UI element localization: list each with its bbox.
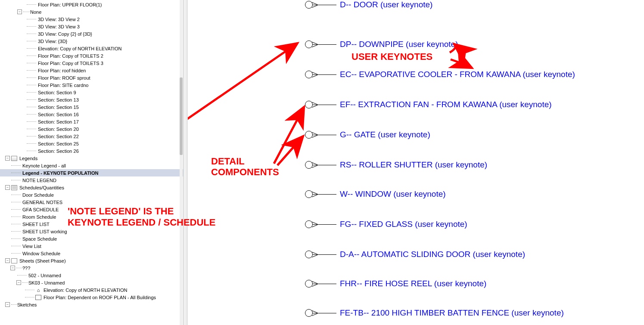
annotation-user-keynotes: USER KEYNOTES [352,51,432,62]
collapse-icon[interactable]: − [16,280,21,285]
tree-item[interactable]: Door Schedule [0,191,183,198]
tree-item-note-legend[interactable]: NOTE LEGEND [0,176,183,184]
tree-item[interactable]: Floor Plan: Copy of TOILETS 2 [0,52,183,59]
tree-item[interactable]: Floor Plan: Copy of TOILETS 3 [0,59,183,67]
tree-item[interactable]: GENERAL NOTES [0,198,183,206]
tree-item[interactable]: GFA SCHEDULE [0,206,183,213]
tree-item[interactable]: 3D View: {3D} [0,37,183,45]
keynote-text[interactable]: EF-- EXTRACTION FAN - FROM KAWANA (user … [340,100,552,109]
leader-line [313,165,336,165]
keynote-row[interactable]: EC-- EVAPORATIVE COOLER - FROM KAWANA (u… [305,70,575,79]
drawing-canvas[interactable]: D-- DOOR (user keynote)DP-- DOWNPIPE (us… [188,0,644,325]
collapse-icon[interactable]: − [5,258,10,263]
collapse-icon[interactable]: − [5,185,10,190]
tree-item[interactable]: 502 - Unnamed [0,272,183,279]
leader-line [313,74,336,75]
scroll-thumb[interactable] [180,77,183,155]
keynote-text[interactable]: D-A-- AUTOMATIC SLIDING DOOR (user keyno… [340,250,525,259]
tree-node-sheet-sk03[interactable]: −SK03 - Unnamed [0,279,183,286]
sheet-icon [11,258,17,263]
leader-line [313,44,336,45]
keynote-text[interactable]: FHR-- FIRE HOSE REEL (user keynote) [340,279,486,288]
tree-item[interactable]: Floor Plan: roof hidden [0,67,183,74]
keynote-row[interactable]: FG-- FIXED GLASS (user keynote) [305,220,467,229]
tree-node-none[interactable]: −None [0,8,183,15]
keynote-text[interactable]: EC-- EVAPORATIVE COOLER - FROM KAWANA (u… [340,70,575,79]
tree-item[interactable]: Elevation: Copy of NORTH ELEVATION [0,286,183,294]
keynote-row[interactable]: RS-- ROLLER SHUTTER (user keynote) [305,160,487,170]
keynote-row[interactable]: W-- WINDOW (user keynote) [305,189,446,199]
tree-item[interactable]: SHEET LIST [0,220,183,228]
tree-node-unknown[interactable]: −??? [0,264,183,272]
tree-item[interactable]: Room Schedule [0,213,183,220]
keynote-text[interactable]: DP-- DOWNPIPE (user keynote) [340,40,458,49]
keynote-text[interactable]: W-- WINDOW (user keynote) [340,189,446,199]
tree-item[interactable]: View List [0,242,183,250]
tree-item[interactable]: Floor Plan: Dependent on ROOF PLAN - All… [0,294,183,301]
keynote-row[interactable]: G-- GATE (user keynote) [305,130,430,139]
tree-node-sketches[interactable]: −Sketches [0,301,183,308]
tree-item[interactable]: Window Schedule [0,250,183,257]
elevation-icon [35,288,41,293]
tree-item[interactable]: Floor Plan: ROOF sprout [0,74,183,81]
tree-node-legends[interactable]: −Legends [0,155,183,162]
leader-line [313,224,336,225]
tree-node-schedules[interactable]: −Schedules/Quantities [0,184,183,191]
tree-item[interactable]: Space Schedule [0,235,183,242]
leader-line [313,5,336,5]
tree-item[interactable]: Section: Section 17 [0,118,183,125]
keynote-row[interactable]: DP-- DOWNPIPE (user keynote) [305,40,458,49]
tree-item[interactable]: SHEET LIST working [0,228,183,235]
tree-item[interactable]: Floor Plan: SITE cardno [0,81,183,89]
keynote-row[interactable]: FHR-- FIRE HOSE REEL (user keynote) [305,279,486,288]
collapse-icon[interactable]: − [5,302,10,307]
tree-item[interactable]: Section: Section 26 [0,147,183,155]
keynote-text[interactable]: D-- DOOR (user keynote) [340,0,432,9]
sidebar-scrollbar[interactable] [180,0,183,325]
tree-item-selected[interactable]: Legend - KEYNOTE POPULATION [0,169,183,176]
tree-item[interactable]: Section: Section 16 [0,111,183,118]
panel-splitter[interactable] [183,0,187,325]
keynote-row[interactable]: FE-TB-- 2100 HIGH TIMBER BATTEN FENCE (u… [305,308,564,318]
tree-item[interactable]: Section: Section 22 [0,133,183,140]
keynote-row[interactable]: D-- DOOR (user keynote) [305,0,432,9]
project-browser-panel: Floor Plan: UPPER FLOOR(1) −None 3D View… [0,0,183,325]
collapse-icon[interactable]: − [17,9,22,14]
leader-line [313,254,336,255]
tree-node-sheets[interactable]: −Sheets (Sheet Phase) [0,257,183,264]
leader-line [313,135,336,135]
leader-line [313,194,336,195]
tree-item[interactable]: Section: Section 25 [0,140,183,147]
schedule-icon [11,185,17,190]
leader-line [313,105,336,105]
annotation-detail-components: DETAIL COMPONENTS [211,156,279,178]
legend-icon [11,156,17,161]
keynote-text[interactable]: RS-- ROLLER SHUTTER (user keynote) [340,160,487,170]
tree-item[interactable]: Section: Section 13 [0,96,183,103]
tree-item[interactable]: Elevation: Copy of NORTH ELEVATION [0,45,183,52]
tree-item[interactable]: 3D View: 3D View 2 [0,15,183,23]
leader-line [313,313,336,313]
collapse-icon[interactable]: − [10,266,15,270]
keynote-row[interactable]: EF-- EXTRACTION FAN - FROM KAWANA (user … [305,100,552,109]
leader-line [313,284,336,284]
tree-item[interactable]: 3D View: 3D View 3 [0,23,183,30]
keynote-text[interactable]: G-- GATE (user keynote) [340,130,430,139]
keynote-text[interactable]: FE-TB-- 2100 HIGH TIMBER BATTEN FENCE (u… [340,308,564,318]
tree-item[interactable]: Floor Plan: UPPER FLOOR(1) [0,1,183,8]
tree-item[interactable]: Keynote Legend - all [0,162,183,169]
tree-item[interactable]: Section: Section 9 [0,89,183,96]
tree-item[interactable]: Section: Section 15 [0,103,183,111]
keynote-text[interactable]: FG-- FIXED GLASS (user keynote) [340,220,467,229]
collapse-icon[interactable]: − [5,156,10,161]
project-tree: Floor Plan: UPPER FLOOR(1) −None 3D View… [0,0,183,309]
floorplan-icon [35,295,41,300]
tree-item[interactable]: 3D View: Copy {2} of {3D} [0,30,183,37]
keynote-row[interactable]: D-A-- AUTOMATIC SLIDING DOOR (user keyno… [305,250,525,259]
tree-item[interactable]: Section: Section 20 [0,125,183,133]
